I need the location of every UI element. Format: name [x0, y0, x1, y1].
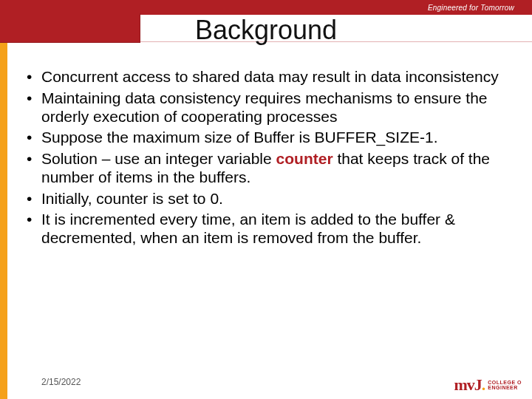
bullet-text-pre: Solution – use an integer variable	[41, 150, 276, 167]
list-item: Suppose the maximum size of Buffer is BU…	[25, 129, 507, 147]
highlight-word-counter: counter	[276, 150, 333, 167]
list-item: Initially, counter is set to 0.	[25, 190, 507, 208]
bullet-text: Concurrent access to shared data may res…	[41, 68, 499, 85]
tagline: Engineered for Tomorrow	[428, 0, 514, 15]
footer-date: 2/15/2022	[41, 377, 81, 387]
list-item: It is incremented every time, an item is…	[25, 211, 507, 248]
bullet-text: It is incremented every time, an item is…	[41, 211, 455, 246]
bullet-text: Initially, counter is set to 0.	[41, 190, 223, 207]
logo-text: COLLEGE O ENGINEER	[488, 380, 522, 390]
logo-mark: mvJ.	[454, 375, 485, 395]
bullet-list: Concurrent access to shared data may res…	[25, 68, 507, 248]
list-item: Maintaining data consistency requires me…	[25, 89, 507, 126]
bullet-text: Suppose the maximum size of Buffer is BU…	[41, 129, 437, 146]
list-item: Solution – use an integer variable count…	[25, 150, 507, 187]
logo-mark-text: mvJ	[454, 375, 481, 394]
logo-line-2: ENGINEER	[488, 385, 522, 390]
slide-body: Concurrent access to shared data may res…	[25, 68, 507, 250]
list-item: Concurrent access to shared data may res…	[25, 68, 507, 86]
footer-logo: mvJ. COLLEGE O ENGINEER	[454, 375, 522, 395]
left-orange-strip	[0, 43, 7, 399]
bullet-text: Maintaining data consistency requires me…	[41, 89, 487, 125]
slide-title: Background	[0, 15, 532, 46]
logo-dot-icon: .	[482, 375, 485, 394]
logo-line-1: COLLEGE O	[488, 380, 522, 385]
